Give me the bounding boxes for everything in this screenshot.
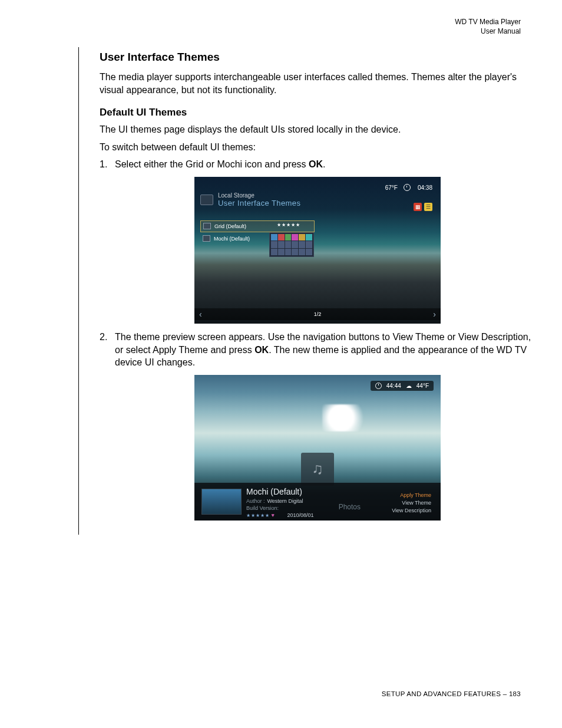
footer-sep: – — [501, 690, 509, 697]
shot1-pager: ‹ 1/2 › — [194, 308, 441, 320]
theme-row-grid-rating: ★★★★★ — [277, 222, 300, 228]
screenshot-theme-preview: 44:44 ☁ 44°F ♫ Mochi (Default) Author :W… — [194, 375, 441, 521]
step-1: 1. Select either the Grid or Mochi icon … — [100, 158, 535, 171]
theme-thumb-icon — [203, 223, 211, 229]
theme-thumb-icon — [203, 235, 210, 242]
weather-icon: ☁ — [406, 383, 412, 389]
shot1-status-bar: 67°F 04:38 — [385, 184, 432, 191]
theme-row-mochi: Mochi (Default) — [200, 233, 252, 244]
step-2: 2. The theme preview screen appears. Use… — [100, 331, 535, 369]
theme-row-grid-label: Grid (Default) — [214, 223, 246, 229]
heart-icon: ♥ — [272, 512, 275, 518]
music-tile-icon: ♫ — [301, 453, 334, 486]
paragraph-intro: The media player supports interchangeabl… — [100, 71, 535, 96]
page-footer: SETUP AND ADVANCED FEATURES – 183 — [382, 690, 521, 697]
shot1-view-badges: ▦ ☰ — [414, 203, 432, 211]
shot2-date: 2010/08/01 — [287, 512, 313, 518]
shot1-time: 04:38 — [418, 185, 432, 191]
step-2-ok: OK — [254, 345, 269, 355]
theme-preview-thumbnail — [269, 232, 314, 257]
shot2-thumbnail — [201, 489, 242, 515]
clock-icon — [404, 184, 412, 191]
step-1-text-c: . — [323, 159, 325, 169]
step-1-number: 1. — [100, 158, 115, 171]
step-2-number: 2. — [100, 331, 115, 369]
shot2-rating: ★★★★★ — [246, 513, 270, 518]
header-line1: WD TV Media Player — [455, 18, 521, 27]
screenshot-themes-list: 67°F 04:38 Local Storage User Interface … — [194, 177, 441, 324]
picture-icon — [200, 195, 213, 205]
chevron-right-icon: › — [433, 309, 436, 319]
step-1-ok: OK — [309, 159, 323, 169]
action-view-theme: View Theme — [392, 499, 431, 507]
chevron-left-icon: ‹ — [199, 309, 202, 319]
list-view-icon: ☰ — [424, 203, 432, 211]
shot2-actions: Apply Theme View Theme View Description — [392, 492, 431, 515]
shot1-page-count: 1/2 — [314, 311, 322, 317]
shot2-photos-label: Photos — [339, 503, 361, 511]
shot2-status-bar: 44:44 ☁ 44°F — [371, 381, 434, 391]
paragraph-default-desc: The UI themes page displays the default … — [100, 123, 535, 136]
theme-row-mochi-label: Mochi (Default) — [214, 236, 250, 242]
action-view-description: View Description — [392, 507, 431, 515]
shot2-author-label: Author : — [246, 498, 265, 504]
footer-page: 183 — [509, 690, 521, 697]
header-line2: User Manual — [455, 27, 521, 37]
clock-icon — [375, 383, 382, 389]
grid-view-icon: ▦ — [414, 203, 422, 211]
heading-default-themes: Default UI Themes — [100, 107, 535, 118]
step-1-text-a: Select either the Grid or Mochi icon and… — [115, 159, 309, 169]
shot1-header: Local Storage User Interface Themes — [200, 192, 300, 207]
shot1-breadcrumb: Local Storage — [218, 192, 300, 199]
shot2-time: 44:44 — [386, 383, 401, 389]
cloud-graphic — [322, 404, 369, 431]
content-column: User Interface Themes The media player s… — [78, 47, 535, 535]
step-2-body: The theme preview screen appears. Use th… — [115, 331, 535, 369]
shot1-title: User Interface Themes — [218, 199, 300, 207]
paragraph-switch-intro: To switch between default UI themes: — [100, 141, 535, 154]
shot1-temperature: 67°F — [385, 185, 398, 191]
step-1-body: Select either the Grid or Mochi icon and… — [115, 158, 535, 171]
shot2-author-value: Western Digital — [267, 498, 303, 504]
shot2-build-label: Build Version: — [246, 505, 279, 511]
heading-ui-themes: User Interface Themes — [100, 51, 535, 64]
action-apply-theme: Apply Theme — [392, 492, 431, 499]
footer-section: SETUP AND ADVANCED FEATURES — [382, 690, 501, 697]
shot2-temperature: 44°F — [416, 383, 429, 389]
page-header: WD TV Media Player User Manual — [455, 18, 521, 36]
